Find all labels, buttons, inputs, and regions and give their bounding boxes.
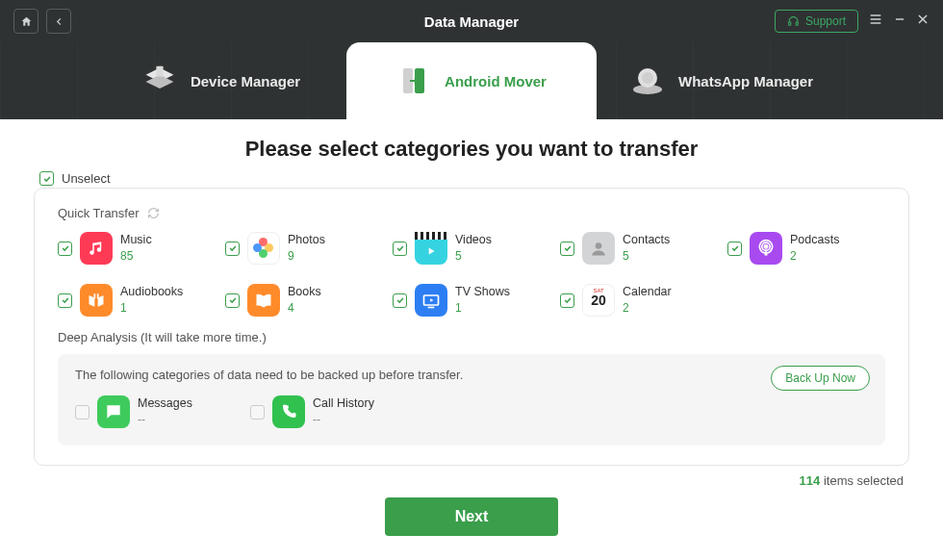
quick-transfer-title: Quick Transfer: [58, 206, 885, 220]
category-callhistory-count: --: [313, 413, 374, 426]
selected-suffix: items selected: [820, 473, 904, 488]
support-label: Support: [805, 14, 846, 28]
title-bar: Data Manager Support: [0, 0, 943, 42]
minimize-icon: [893, 13, 906, 26]
next-button[interactable]: Next: [385, 497, 558, 536]
back-button[interactable]: [46, 9, 71, 34]
category-calendar-count: 2: [623, 301, 672, 315]
category-calendar-checkbox[interactable]: [560, 293, 574, 308]
home-button[interactable]: [13, 9, 38, 34]
svg-marker-22: [430, 298, 433, 301]
category-grid: Music85 Photos9 Videos5 Contacts5: [58, 232, 885, 317]
page-heading: Please select categories you want to tra…: [34, 137, 909, 162]
check-icon: [42, 174, 52, 184]
svg-rect-10: [156, 66, 163, 77]
check-icon: [228, 295, 238, 305]
category-podcasts-label: Podcasts: [790, 234, 839, 247]
category-calendar[interactable]: SAT 20 Calendar2: [560, 284, 718, 317]
category-photos[interactable]: Photos9: [225, 232, 383, 265]
refresh-icon[interactable]: [147, 207, 160, 219]
svg-marker-16: [429, 248, 435, 255]
close-button[interactable]: [916, 13, 930, 30]
category-tvshows-count: 1: [455, 301, 510, 315]
app-title: Data Manager: [424, 13, 519, 30]
close-icon: [916, 13, 930, 26]
category-videos[interactable]: Videos5: [393, 232, 550, 265]
podcasts-icon: [750, 232, 782, 265]
check-icon: [563, 243, 573, 253]
svg-rect-1: [796, 22, 798, 25]
tab-android-mover-label: Android Mover: [445, 73, 547, 89]
check-icon: [730, 243, 740, 253]
category-calendar-label: Calendar: [623, 286, 672, 299]
category-videos-checkbox[interactable]: [393, 242, 407, 256]
whatsapp-manager-icon: [630, 64, 665, 98]
main-content: Please select categories you want to tra…: [0, 119, 943, 536]
titlebar-left: [13, 9, 71, 34]
menu-icon: [868, 12, 883, 27]
music-icon: [80, 232, 113, 265]
check-icon: [395, 295, 405, 305]
category-tvshows[interactable]: TV Shows1: [393, 284, 550, 317]
backup-now-button[interactable]: Back Up Now: [771, 366, 870, 391]
support-button[interactable]: Support: [775, 10, 858, 33]
category-photos-count: 9: [288, 249, 325, 263]
home-icon: [20, 15, 33, 28]
check-icon: [228, 243, 238, 253]
category-books-checkbox[interactable]: [225, 293, 240, 308]
selected-count: 114: [800, 473, 821, 488]
category-podcasts[interactable]: Podcasts2: [727, 232, 885, 265]
category-audiobooks-label: Audiobooks: [120, 286, 183, 299]
messages-icon: [97, 395, 130, 428]
category-contacts-label: Contacts: [623, 234, 670, 247]
svg-marker-9: [145, 75, 173, 89]
minimize-button[interactable]: [893, 13, 906, 30]
category-photos-label: Photos: [288, 234, 325, 247]
category-messages-checkbox[interactable]: [75, 405, 89, 420]
deep-note: The following categories of data need to…: [75, 368, 868, 382]
menu-button[interactable]: [868, 12, 883, 31]
category-tvshows-label: TV Shows: [455, 286, 510, 299]
svg-rect-0: [789, 22, 791, 25]
tab-whatsapp-manager-label: WhatsApp Manager: [678, 73, 813, 89]
tab-whatsapp-manager[interactable]: WhatsApp Manager: [597, 42, 847, 119]
videos-icon: [415, 232, 447, 265]
category-callhistory-checkbox[interactable]: [250, 405, 265, 420]
android-mover-icon: [396, 64, 431, 98]
category-podcasts-checkbox[interactable]: [727, 242, 742, 256]
quick-transfer-label: Quick Transfer: [58, 206, 140, 220]
contacts-icon: [582, 232, 615, 265]
check-icon: [61, 243, 70, 253]
category-music-checkbox[interactable]: [58, 242, 72, 256]
category-contacts[interactable]: Contacts5: [560, 232, 718, 265]
tvshows-icon: [415, 284, 447, 317]
category-panel: Quick Transfer Music85 Photos9 Videos5: [34, 188, 909, 466]
chevron-left-icon: [54, 16, 64, 27]
calendar-day: 20: [591, 293, 606, 308]
titlebar-right: Support: [775, 10, 930, 33]
category-audiobooks[interactable]: Audiobooks1: [58, 284, 216, 317]
category-contacts-checkbox[interactable]: [560, 242, 574, 256]
svg-point-15: [642, 72, 653, 84]
category-messages[interactable]: Messages--: [75, 395, 192, 428]
category-books-count: 4: [288, 301, 321, 315]
category-books[interactable]: Books4: [225, 284, 383, 317]
category-books-label: Books: [288, 286, 321, 299]
tab-android-mover[interactable]: Android Mover: [346, 42, 597, 119]
category-videos-count: 5: [455, 249, 492, 263]
category-audiobooks-checkbox[interactable]: [58, 293, 72, 308]
category-callhistory[interactable]: Call History--: [250, 395, 374, 428]
calendar-icon: SAT 20: [582, 284, 615, 317]
category-music[interactable]: Music85: [58, 232, 216, 265]
category-podcasts-count: 2: [790, 249, 839, 263]
deep-items: Messages-- Call History--: [75, 395, 868, 428]
category-messages-count: --: [138, 413, 192, 426]
check-icon: [61, 295, 70, 305]
books-icon: [247, 284, 280, 317]
tab-device-manager[interactable]: Device Manager: [96, 42, 346, 119]
calendar-weekday: SAT: [583, 288, 614, 293]
category-photos-checkbox[interactable]: [225, 242, 240, 256]
unselect-checkbox[interactable]: [39, 171, 54, 186]
nav-bar: Device Manager Android Mover WhatsApp Ma…: [0, 42, 943, 119]
category-tvshows-checkbox[interactable]: [393, 293, 407, 308]
